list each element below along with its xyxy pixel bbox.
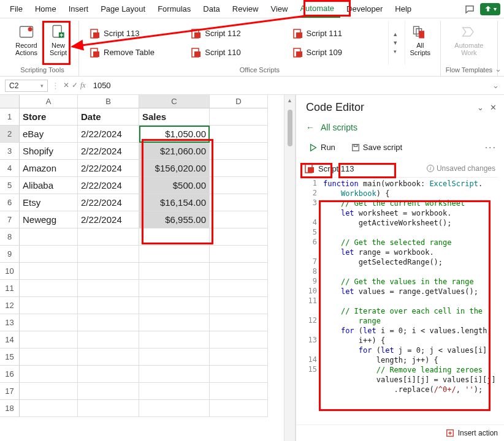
cell-empty[interactable]: [78, 246, 139, 263]
vertical-scrollbar[interactable]: ▲: [284, 95, 295, 441]
gallery-script-109[interactable]: Script 109: [293, 43, 382, 61]
cell-empty[interactable]: [20, 314, 78, 331]
row-header-8[interactable]: 8: [0, 228, 20, 246]
cell-b4[interactable]: 2/22/2024: [78, 160, 139, 177]
cell-d6[interactable]: [210, 194, 268, 211]
new-script-button[interactable]: New Script: [43, 21, 74, 65]
menu-page-layout[interactable]: Page Layout: [94, 1, 151, 17]
gallery-remove-table[interactable]: Remove Table: [90, 43, 179, 61]
cell-d5[interactable]: [210, 177, 268, 194]
name-box[interactable]: C2▾: [5, 80, 48, 92]
cell-empty[interactable]: [210, 246, 268, 263]
ribbon-collapse-icon[interactable]: ⌄: [495, 64, 502, 74]
cell-b6[interactable]: 2/22/2024: [78, 194, 139, 211]
menu-formulas[interactable]: Formulas: [151, 1, 197, 17]
cell-empty[interactable]: [20, 280, 78, 297]
cell-empty[interactable]: [210, 263, 268, 280]
cell-empty[interactable]: [210, 228, 268, 246]
row-header-14[interactable]: 14: [0, 331, 20, 349]
cell-empty[interactable]: [139, 400, 210, 417]
row-header-16[interactable]: 16: [0, 366, 20, 383]
cell-empty[interactable]: [20, 331, 78, 349]
cell-c7[interactable]: $6,955.00: [139, 211, 210, 228]
menu-developer[interactable]: Developer: [340, 1, 389, 17]
cell-empty[interactable]: [210, 314, 268, 331]
cell-empty[interactable]: [139, 280, 210, 297]
menu-file[interactable]: File: [4, 1, 29, 17]
cell-b3[interactable]: 2/22/2024: [78, 143, 139, 160]
cancel-formula-icon[interactable]: ✕: [63, 81, 69, 90]
cell-empty[interactable]: [139, 263, 210, 280]
cell-c2[interactable]: $1,050.00: [139, 126, 210, 143]
record-actions-button[interactable]: Record Actions: [11, 21, 42, 65]
cell-empty[interactable]: [78, 366, 139, 383]
cell-empty[interactable]: [20, 246, 78, 263]
cell-d7[interactable]: [210, 211, 268, 228]
row-header-12[interactable]: 12: [0, 297, 20, 314]
cell-empty[interactable]: [78, 331, 139, 349]
gallery-more-icon[interactable]: ▾: [391, 47, 400, 56]
cell-c3[interactable]: $21,060.00: [139, 143, 210, 160]
menu-help[interactable]: Help: [389, 1, 418, 17]
cell-empty[interactable]: [210, 400, 268, 417]
cell-empty[interactable]: [139, 383, 210, 400]
gallery-script-110[interactable]: Script 110: [191, 43, 280, 61]
cell-empty[interactable]: [139, 228, 210, 246]
cell-empty[interactable]: [20, 383, 78, 400]
cell-empty[interactable]: [210, 383, 268, 400]
menu-review[interactable]: Review: [226, 1, 265, 17]
comments-icon[interactable]: [463, 2, 476, 16]
row-header-18[interactable]: 18: [0, 400, 20, 417]
gallery-down-icon[interactable]: ▼: [391, 39, 400, 47]
col-header-d[interactable]: D: [210, 95, 268, 108]
cell-empty[interactable]: [78, 228, 139, 246]
row-header-6[interactable]: 6: [0, 194, 20, 211]
fx-icon[interactable]: fx: [80, 81, 86, 90]
gallery-script-113[interactable]: Script 113: [90, 24, 179, 42]
more-actions-icon[interactable]: ···: [485, 142, 497, 153]
select-all-corner[interactable]: [0, 95, 20, 108]
cell-a3[interactable]: Shopify: [20, 143, 78, 160]
col-header-a[interactable]: A: [20, 95, 78, 108]
row-header-5[interactable]: 5: [0, 177, 20, 194]
row-header-15[interactable]: 15: [0, 349, 20, 366]
row-header-3[interactable]: 3: [0, 143, 20, 160]
cell-c6[interactable]: $16,154.00: [139, 194, 210, 211]
cell-empty[interactable]: [78, 349, 139, 366]
cell-empty[interactable]: [20, 349, 78, 366]
cell-empty[interactable]: [139, 297, 210, 314]
cell-empty[interactable]: [139, 366, 210, 383]
col-header-b[interactable]: B: [78, 95, 139, 108]
accept-formula-icon[interactable]: ✓: [72, 81, 78, 90]
cell-empty[interactable]: [139, 314, 210, 331]
gallery-script-111[interactable]: Script 111: [293, 24, 382, 42]
cell-empty[interactable]: [78, 383, 139, 400]
row-header-9[interactable]: 9: [0, 246, 20, 263]
insert-action-button[interactable]: Insert action: [458, 429, 498, 437]
menu-insert[interactable]: Insert: [63, 1, 95, 17]
cell-empty[interactable]: [20, 297, 78, 314]
cell-empty[interactable]: [139, 331, 210, 349]
cell-empty[interactable]: [210, 297, 268, 314]
row-header-10[interactable]: 10: [0, 263, 20, 280]
row-header-4[interactable]: 4: [0, 160, 20, 177]
cell-empty[interactable]: [78, 280, 139, 297]
cell-empty[interactable]: [210, 349, 268, 366]
row-header-11[interactable]: 11: [0, 280, 20, 297]
cell-b5[interactable]: 2/22/2024: [78, 177, 139, 194]
panel-close-icon[interactable]: ✕: [490, 103, 497, 112]
menu-data[interactable]: Data: [197, 1, 226, 17]
menu-home[interactable]: Home: [29, 1, 63, 17]
cell-a6[interactable]: Etsy: [20, 194, 78, 211]
cell-b2[interactable]: 2/22/2024: [78, 126, 139, 143]
row-header-7[interactable]: 7: [0, 211, 20, 228]
cell-empty[interactable]: [20, 400, 78, 417]
cell-header-b[interactable]: Date: [78, 108, 139, 126]
cell-empty[interactable]: [78, 263, 139, 280]
gallery-script-112[interactable]: Script 112: [191, 24, 280, 42]
cell-a5[interactable]: Alibaba: [20, 177, 78, 194]
cell-header-c[interactable]: Sales: [139, 108, 210, 126]
row-header-2[interactable]: 2: [0, 126, 20, 143]
cell-header-a[interactable]: Store: [20, 108, 78, 126]
cell-a2[interactable]: eBay: [20, 126, 78, 143]
